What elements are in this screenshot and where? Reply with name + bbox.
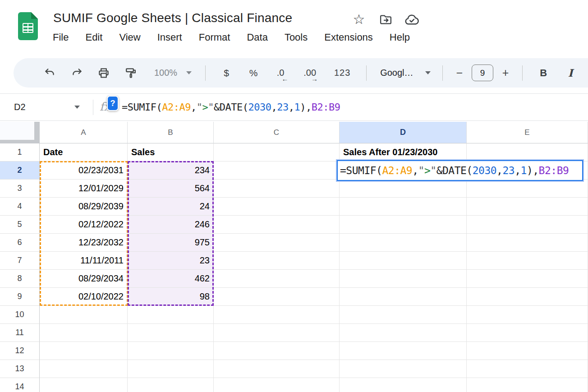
cell-C10[interactable]: [214, 306, 340, 324]
cell-B13[interactable]: [128, 360, 214, 378]
column-header-C[interactable]: C: [214, 122, 340, 143]
menu-insert[interactable]: Insert: [157, 32, 182, 43]
font-family-select[interactable]: Googl…: [380, 68, 431, 78]
increase-font-size-button[interactable]: +: [500, 66, 511, 79]
cell-C9[interactable]: [214, 288, 340, 306]
cell-D4[interactable]: [340, 198, 467, 216]
decrease-font-size-button[interactable]: −: [454, 66, 465, 79]
cell-A7[interactable]: 11/11/2011: [40, 252, 128, 270]
column-header-D[interactable]: D: [340, 122, 467, 143]
active-cell-editor[interactable]: =SUMIF(A2:A9,">"&DATE(2030,23,1),B2:B9: [337, 160, 583, 181]
cell-C7[interactable]: [214, 252, 340, 270]
paint-format-button[interactable]: [124, 65, 138, 81]
cell-C11[interactable]: [214, 324, 340, 342]
menu-extensions[interactable]: Extensions: [324, 32, 373, 43]
row-header-4[interactable]: 4: [0, 198, 40, 216]
select-all-corner[interactable]: [0, 122, 40, 143]
cell-E10[interactable]: [467, 306, 588, 324]
cell-A14[interactable]: [40, 378, 128, 392]
redo-button[interactable]: [70, 65, 83, 81]
cell-C12[interactable]: [214, 342, 340, 360]
cell-D11[interactable]: [340, 324, 467, 342]
cell-A11[interactable]: [40, 324, 128, 342]
row-header-10[interactable]: 10: [0, 306, 40, 324]
name-box[interactable]: D2: [14, 94, 26, 120]
cell-B1[interactable]: Sales: [128, 143, 214, 161]
print-button[interactable]: [97, 65, 110, 81]
cell-D1[interactable]: Sales After 01/23/2030: [340, 143, 467, 161]
cell-A10[interactable]: [40, 306, 128, 324]
cell-D5[interactable]: [340, 216, 467, 234]
row-header-13[interactable]: 13: [0, 360, 40, 378]
cell-E5[interactable]: [467, 216, 588, 234]
undo-button[interactable]: [43, 65, 56, 81]
cell-B7[interactable]: 23: [128, 252, 214, 270]
menu-file[interactable]: File: [53, 32, 69, 43]
row-header-2[interactable]: 2: [0, 161, 40, 180]
format-percent-button[interactable]: %: [247, 65, 260, 81]
column-header-A[interactable]: A: [40, 122, 128, 143]
cell-D9[interactable]: [340, 288, 467, 306]
cell-A6[interactable]: 12/23/2032: [40, 234, 128, 252]
cell-B3[interactable]: 564: [128, 180, 214, 198]
cell-E13[interactable]: [467, 360, 588, 378]
row-header-11[interactable]: 11: [0, 324, 40, 342]
cell-D6[interactable]: [340, 234, 467, 252]
row-header-14[interactable]: 14: [0, 378, 40, 392]
cell-A9[interactable]: 02/10/2022: [40, 288, 128, 306]
cell-E1[interactable]: [467, 143, 588, 161]
cell-B8[interactable]: 462: [128, 270, 214, 288]
cell-C8[interactable]: [214, 270, 340, 288]
row-header-7[interactable]: 7: [0, 252, 40, 270]
cell-D10[interactable]: [340, 306, 467, 324]
decrease-decimal-button[interactable]: .0←: [274, 65, 287, 81]
cell-B5[interactable]: 246: [128, 216, 214, 234]
row-header-8[interactable]: 8: [0, 270, 40, 288]
cell-C3[interactable]: [214, 180, 340, 198]
cell-B6[interactable]: 975: [128, 234, 214, 252]
cell-C13[interactable]: [214, 360, 340, 378]
cell-A13[interactable]: [40, 360, 128, 378]
cloud-saved-icon[interactable]: [404, 12, 419, 27]
column-header-E[interactable]: E: [467, 122, 588, 143]
cell-D13[interactable]: [340, 360, 467, 378]
cell-C1[interactable]: [214, 143, 340, 161]
cell-E14[interactable]: [467, 378, 588, 392]
formula-help-badge[interactable]: ?: [107, 96, 119, 111]
column-header-B[interactable]: B: [128, 122, 214, 143]
row-header-6[interactable]: 6: [0, 234, 40, 252]
cell-C2[interactable]: [214, 161, 340, 180]
cell-B4[interactable]: 24: [128, 198, 214, 216]
cell-D8[interactable]: [340, 270, 467, 288]
cell-B10[interactable]: [128, 306, 214, 324]
cell-A2[interactable]: 02/23/2031: [40, 161, 128, 180]
bold-button[interactable]: B: [537, 65, 550, 81]
cell-D7[interactable]: [340, 252, 467, 270]
menu-edit[interactable]: Edit: [85, 32, 102, 43]
cell-A5[interactable]: 02/12/2022: [40, 216, 128, 234]
cell-B2[interactable]: 234: [128, 161, 214, 180]
cell-D14[interactable]: [340, 378, 467, 392]
font-size-input[interactable]: 9: [472, 65, 493, 81]
cell-B11[interactable]: [128, 324, 214, 342]
zoom-control[interactable]: 100%: [154, 68, 192, 78]
cell-E8[interactable]: [467, 270, 588, 288]
more-formats-button[interactable]: 123: [332, 65, 352, 81]
row-header-5[interactable]: 5: [0, 216, 40, 234]
row-header-9[interactable]: 9: [0, 288, 40, 306]
cell-B9[interactable]: 98: [128, 288, 214, 306]
cell-C4[interactable]: [214, 198, 340, 216]
formula-input[interactable]: =SUMIF(A2:A9,">"&DATE(2030,23,1),B2:B9: [122, 94, 340, 120]
google-sheets-logo[interactable]: [18, 12, 38, 40]
cell-E12[interactable]: [467, 342, 588, 360]
cell-D12[interactable]: [340, 342, 467, 360]
cell-A3[interactable]: 12/01/2029: [40, 180, 128, 198]
cell-E6[interactable]: [467, 234, 588, 252]
cell-E3[interactable]: [467, 180, 588, 198]
chevron-down-icon[interactable]: [74, 106, 80, 109]
italic-button[interactable]: I: [564, 65, 577, 81]
cell-C14[interactable]: [214, 378, 340, 392]
menu-data[interactable]: Data: [247, 32, 267, 43]
cell-C5[interactable]: [214, 216, 340, 234]
cell-E4[interactable]: [467, 198, 588, 216]
